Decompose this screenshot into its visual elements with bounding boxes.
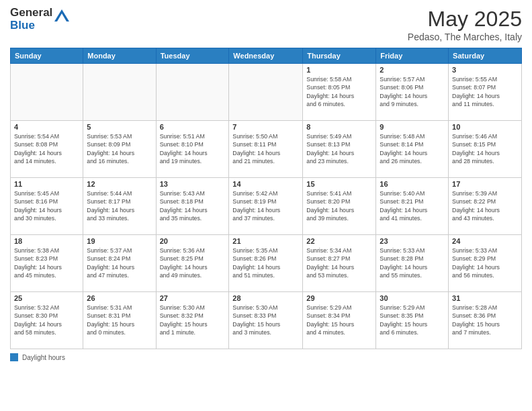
weekday-header-row: Sunday Monday Tuesday Wednesday Thursday… bbox=[11, 48, 522, 64]
day-cell: 21Sunrise: 5:35 AM Sunset: 8:26 PM Dayli… bbox=[229, 235, 303, 292]
day-cell: 4Sunrise: 5:54 AM Sunset: 8:08 PM Daylig… bbox=[11, 121, 83, 178]
month-title: May 2025 bbox=[408, 7, 522, 32]
logo-text: General Blue bbox=[10, 7, 69, 32]
day-info: Sunrise: 5:40 AM Sunset: 8:21 PM Dayligh… bbox=[380, 189, 445, 222]
day-cell: 22Sunrise: 5:34 AM Sunset: 8:27 PM Dayli… bbox=[303, 235, 376, 292]
day-info: Sunrise: 5:33 AM Sunset: 8:29 PM Dayligh… bbox=[452, 246, 518, 279]
day-cell: 31Sunrise: 5:28 AM Sunset: 8:36 PM Dayli… bbox=[449, 292, 522, 349]
day-number: 30 bbox=[380, 294, 445, 302]
day-cell: 10Sunrise: 5:46 AM Sunset: 8:15 PM Dayli… bbox=[449, 121, 522, 178]
day-number: 4 bbox=[14, 123, 79, 131]
day-cell: 18Sunrise: 5:38 AM Sunset: 8:23 PM Dayli… bbox=[11, 235, 83, 292]
day-number: 17 bbox=[452, 180, 518, 188]
header-thursday: Thursday bbox=[303, 48, 376, 64]
day-number: 3 bbox=[452, 66, 518, 74]
day-number: 24 bbox=[452, 237, 518, 245]
day-cell: 29Sunrise: 5:29 AM Sunset: 8:34 PM Dayli… bbox=[303, 292, 376, 349]
header-tuesday: Tuesday bbox=[156, 48, 229, 64]
day-number: 14 bbox=[232, 180, 299, 188]
location-subtitle: Pedaso, The Marches, Italy bbox=[408, 32, 522, 42]
footer-bullet bbox=[10, 353, 18, 361]
day-info: Sunrise: 5:44 AM Sunset: 8:17 PM Dayligh… bbox=[87, 189, 152, 222]
day-info: Sunrise: 5:29 AM Sunset: 8:34 PM Dayligh… bbox=[306, 304, 372, 336]
day-cell: 8Sunrise: 5:49 AM Sunset: 8:13 PM Daylig… bbox=[303, 121, 376, 178]
logo-blue-text: Blue bbox=[10, 19, 35, 32]
page: General Blue May 2025 Pedaso, The Marche… bbox=[0, 0, 532, 411]
day-info: Sunrise: 5:55 AM Sunset: 8:07 PM Dayligh… bbox=[452, 75, 518, 108]
day-info: Sunrise: 5:38 AM Sunset: 8:23 PM Dayligh… bbox=[14, 246, 79, 279]
day-cell: 13Sunrise: 5:43 AM Sunset: 8:18 PM Dayli… bbox=[156, 178, 229, 235]
week-row-2: 4Sunrise: 5:54 AM Sunset: 8:08 PM Daylig… bbox=[11, 121, 522, 178]
day-number: 6 bbox=[160, 123, 226, 131]
day-number: 31 bbox=[452, 294, 518, 302]
day-number: 27 bbox=[160, 294, 226, 302]
day-info: Sunrise: 5:36 AM Sunset: 8:25 PM Dayligh… bbox=[160, 246, 226, 279]
day-cell: 20Sunrise: 5:36 AM Sunset: 8:25 PM Dayli… bbox=[156, 235, 229, 292]
day-cell: 5Sunrise: 5:53 AM Sunset: 8:09 PM Daylig… bbox=[83, 121, 156, 178]
day-info: Sunrise: 5:50 AM Sunset: 8:11 PM Dayligh… bbox=[232, 132, 299, 165]
day-cell: 15Sunrise: 5:41 AM Sunset: 8:20 PM Dayli… bbox=[303, 178, 376, 235]
day-cell: 2Sunrise: 5:57 AM Sunset: 8:06 PM Daylig… bbox=[376, 64, 449, 121]
day-number: 22 bbox=[306, 237, 372, 245]
footer-label: Daylight hours bbox=[22, 354, 65, 361]
day-number: 1 bbox=[306, 66, 372, 74]
footer: Daylight hours bbox=[10, 353, 522, 361]
day-info: Sunrise: 5:45 AM Sunset: 8:16 PM Dayligh… bbox=[14, 189, 79, 222]
day-number: 18 bbox=[14, 237, 79, 245]
day-number: 7 bbox=[232, 123, 299, 131]
day-number: 26 bbox=[87, 294, 152, 302]
day-cell: 17Sunrise: 5:39 AM Sunset: 8:22 PM Dayli… bbox=[449, 178, 522, 235]
day-cell: 6Sunrise: 5:51 AM Sunset: 8:10 PM Daylig… bbox=[156, 121, 229, 178]
day-info: Sunrise: 5:51 AM Sunset: 8:10 PM Dayligh… bbox=[160, 132, 226, 165]
day-number: 15 bbox=[306, 180, 372, 188]
day-cell: 26Sunrise: 5:31 AM Sunset: 8:31 PM Dayli… bbox=[83, 292, 156, 349]
day-info: Sunrise: 5:54 AM Sunset: 8:08 PM Dayligh… bbox=[14, 132, 79, 165]
day-cell: 3Sunrise: 5:55 AM Sunset: 8:07 PM Daylig… bbox=[449, 64, 522, 121]
day-info: Sunrise: 5:49 AM Sunset: 8:13 PM Dayligh… bbox=[306, 132, 372, 165]
day-cell: 25Sunrise: 5:32 AM Sunset: 8:30 PM Dayli… bbox=[11, 292, 83, 349]
day-cell: 9Sunrise: 5:48 AM Sunset: 8:14 PM Daylig… bbox=[376, 121, 449, 178]
day-info: Sunrise: 5:35 AM Sunset: 8:26 PM Dayligh… bbox=[232, 246, 299, 279]
day-info: Sunrise: 5:30 AM Sunset: 8:33 PM Dayligh… bbox=[232, 304, 299, 336]
day-cell: 7Sunrise: 5:50 AM Sunset: 8:11 PM Daylig… bbox=[229, 121, 303, 178]
day-cell bbox=[229, 64, 303, 121]
header-wednesday: Wednesday bbox=[229, 48, 303, 64]
day-cell: 14Sunrise: 5:42 AM Sunset: 8:19 PM Dayli… bbox=[229, 178, 303, 235]
day-cell: 16Sunrise: 5:40 AM Sunset: 8:21 PM Dayli… bbox=[376, 178, 449, 235]
day-info: Sunrise: 5:31 AM Sunset: 8:31 PM Dayligh… bbox=[87, 304, 152, 336]
day-info: Sunrise: 5:34 AM Sunset: 8:27 PM Dayligh… bbox=[306, 246, 372, 279]
day-number: 16 bbox=[380, 180, 445, 188]
day-number: 23 bbox=[380, 237, 445, 245]
day-number: 8 bbox=[306, 123, 372, 131]
day-number: 2 bbox=[380, 66, 445, 74]
day-cell: 28Sunrise: 5:30 AM Sunset: 8:33 PM Dayli… bbox=[229, 292, 303, 349]
day-info: Sunrise: 5:48 AM Sunset: 8:14 PM Dayligh… bbox=[380, 132, 445, 165]
logo-general-text: General Blue bbox=[10, 7, 52, 32]
day-number: 13 bbox=[160, 180, 226, 188]
day-cell: 30Sunrise: 5:29 AM Sunset: 8:35 PM Dayli… bbox=[376, 292, 449, 349]
day-number: 19 bbox=[87, 237, 152, 245]
day-number: 29 bbox=[306, 294, 372, 302]
day-info: Sunrise: 5:42 AM Sunset: 8:19 PM Dayligh… bbox=[232, 189, 299, 222]
day-cell: 24Sunrise: 5:33 AM Sunset: 8:29 PM Dayli… bbox=[449, 235, 522, 292]
day-cell: 12Sunrise: 5:44 AM Sunset: 8:17 PM Dayli… bbox=[83, 178, 156, 235]
header-saturday: Saturday bbox=[449, 48, 522, 64]
day-number: 5 bbox=[87, 123, 152, 131]
header: General Blue May 2025 Pedaso, The Marche… bbox=[10, 7, 522, 42]
day-cell: 23Sunrise: 5:33 AM Sunset: 8:28 PM Dayli… bbox=[376, 235, 449, 292]
calendar: Sunday Monday Tuesday Wednesday Thursday… bbox=[10, 48, 522, 349]
day-number: 9 bbox=[380, 123, 445, 131]
week-row-3: 11Sunrise: 5:45 AM Sunset: 8:16 PM Dayli… bbox=[11, 178, 522, 235]
week-row-1: 1Sunrise: 5:58 AM Sunset: 8:05 PM Daylig… bbox=[11, 64, 522, 121]
header-sunday: Sunday bbox=[11, 48, 83, 64]
day-info: Sunrise: 5:30 AM Sunset: 8:32 PM Dayligh… bbox=[160, 304, 226, 336]
day-number: 10 bbox=[452, 123, 518, 131]
day-info: Sunrise: 5:29 AM Sunset: 8:35 PM Dayligh… bbox=[380, 304, 445, 336]
day-number: 25 bbox=[14, 294, 79, 302]
day-cell bbox=[156, 64, 229, 121]
calendar-body: 1Sunrise: 5:58 AM Sunset: 8:05 PM Daylig… bbox=[11, 64, 522, 349]
day-cell bbox=[83, 64, 156, 121]
day-info: Sunrise: 5:58 AM Sunset: 8:05 PM Dayligh… bbox=[306, 75, 372, 108]
day-cell: 11Sunrise: 5:45 AM Sunset: 8:16 PM Dayli… bbox=[11, 178, 83, 235]
week-row-5: 25Sunrise: 5:32 AM Sunset: 8:30 PM Dayli… bbox=[11, 292, 522, 349]
